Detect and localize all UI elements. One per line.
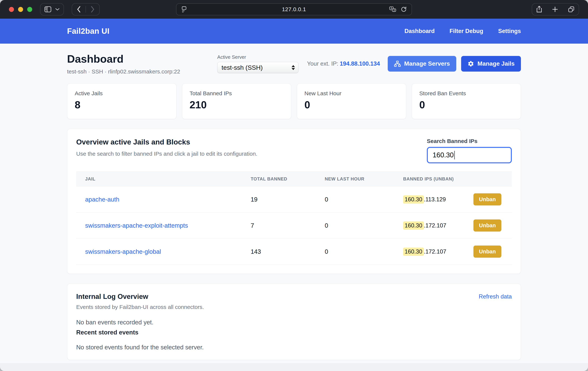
browser-window: 127.0.0.1 A 文 bbox=[0, 0, 588, 371]
overview-title: Overview active Jails and Blocks bbox=[76, 138, 257, 146]
tabs-icon[interactable] bbox=[568, 6, 575, 13]
recent-stored-events-title: Recent stored events bbox=[76, 329, 512, 336]
column-header-new-last-hour: New Last Hour bbox=[316, 176, 394, 182]
total-banned-value: 143 bbox=[242, 248, 316, 255]
jails-table: Jail Total Banned New Last Hour Banned I… bbox=[76, 172, 512, 265]
unban-button[interactable]: Unban bbox=[473, 246, 501, 258]
stat-cards: Active Jails 8 Total Banned IPs 210 New … bbox=[67, 83, 521, 119]
window-actions-group bbox=[532, 3, 579, 15]
stat-label: Total Banned IPs bbox=[190, 90, 284, 97]
sidebar-toggle-group[interactable] bbox=[40, 3, 64, 15]
translate-icon[interactable]: A 文 bbox=[389, 6, 396, 12]
sidebar-icon[interactable] bbox=[44, 6, 51, 12]
stat-card-new-last-hour: New Last Hour 0 bbox=[297, 83, 406, 119]
active-server-value: test-ssh (SSH) bbox=[221, 64, 263, 71]
unban-button[interactable]: Unban bbox=[473, 193, 501, 206]
manage-servers-button[interactable]: Manage Servers bbox=[388, 56, 456, 72]
column-header-jail: Jail bbox=[76, 176, 242, 182]
new-tab-icon[interactable] bbox=[552, 6, 558, 12]
app-navbar: Fail2ban UI Dashboard Filter Debug Setti… bbox=[0, 19, 588, 44]
banned-ip-rest: .113.129 bbox=[424, 196, 446, 203]
no-stored-events-message: No stored events found for the selected … bbox=[76, 344, 512, 351]
jail-link[interactable]: swissmakers-apache-exploit-attempts bbox=[85, 222, 188, 229]
search-input-value: 160.30 bbox=[433, 151, 454, 159]
column-header-banned-ips: Banned IPs (Unban) bbox=[394, 176, 512, 182]
share-icon[interactable] bbox=[536, 6, 542, 13]
total-banned-value: 7 bbox=[242, 222, 316, 229]
nav-link-settings[interactable]: Settings bbox=[498, 28, 521, 34]
banned-ip-highlight: 160.30 bbox=[403, 221, 424, 230]
new-last-hour-value: 0 bbox=[316, 196, 394, 203]
page-title: Dashboard bbox=[67, 53, 180, 65]
jail-link[interactable]: swissmakers-apache-global bbox=[85, 248, 161, 255]
stat-label: New Last Hour bbox=[304, 90, 399, 97]
zoom-window-button[interactable] bbox=[27, 7, 32, 12]
stat-card-total-banned: Total Banned IPs 210 bbox=[182, 83, 291, 119]
refresh-data-link[interactable]: Refresh data bbox=[479, 293, 512, 300]
nav-link-dashboard[interactable]: Dashboard bbox=[404, 28, 435, 34]
page-content: Dashboard test-ssh · SSH · rlinfp02.swis… bbox=[0, 44, 588, 371]
stat-value: 8 bbox=[75, 99, 169, 111]
page-header: Dashboard test-ssh · SSH · rlinfp02.swis… bbox=[67, 53, 521, 75]
minimize-window-button[interactable] bbox=[18, 7, 23, 12]
sitemap-icon bbox=[394, 61, 401, 67]
total-banned-value: 19 bbox=[242, 196, 316, 203]
new-last-hour-value: 0 bbox=[316, 222, 394, 229]
page-subtitle: test-ssh · SSH · rlinfp02.swissmakers.co… bbox=[67, 68, 180, 75]
svg-text:文: 文 bbox=[393, 9, 396, 12]
jail-link[interactable]: apache-auth bbox=[85, 196, 119, 203]
manage-servers-label: Manage Servers bbox=[404, 60, 450, 67]
internal-log-title: Internal Log Overview bbox=[76, 293, 148, 301]
traffic-lights bbox=[9, 7, 32, 12]
jails-table-header: Jail Total Banned New Last Hour Banned I… bbox=[76, 172, 512, 186]
banned-ip-highlight: 160.30 bbox=[403, 248, 424, 256]
search-banned-ips-input[interactable]: 160.30 bbox=[427, 147, 512, 163]
stat-card-stored-ban-events: Stored Ban Events 0 bbox=[412, 83, 521, 119]
stat-card-active-jails: Active Jails 8 bbox=[67, 83, 177, 119]
close-window-button[interactable] bbox=[9, 7, 14, 12]
internal-log-subtitle: Events stored by Fail2ban-UI across all … bbox=[76, 304, 512, 310]
table-row: swissmakers-apache-exploit-attempts 7 0 … bbox=[76, 213, 512, 239]
search-banned-ips-label: Search Banned IPs bbox=[427, 138, 512, 144]
manage-jails-button[interactable]: Manage Jails bbox=[461, 56, 521, 72]
nav-link-filter-debug[interactable]: Filter Debug bbox=[450, 28, 483, 34]
forward-icon[interactable] bbox=[86, 3, 99, 15]
back-icon[interactable] bbox=[72, 3, 85, 15]
internal-log-panel: Internal Log Overview Refresh data Event… bbox=[67, 284, 521, 360]
manage-jails-label: Manage Jails bbox=[478, 60, 514, 67]
table-row: swissmakers-apache-global 143 0 160.30.1… bbox=[76, 239, 512, 265]
banned-ip-highlight: 160.30 bbox=[403, 195, 424, 204]
table-row: apache-auth 19 0 160.30.113.129 Unban bbox=[76, 186, 512, 213]
nav-links: Dashboard Filter Debug Settings bbox=[404, 28, 521, 34]
stat-value: 210 bbox=[190, 99, 284, 111]
external-ip-label: Your ext. IP: bbox=[307, 60, 338, 67]
app-brand[interactable]: Fail2ban UI bbox=[67, 27, 109, 36]
stat-label: Active Jails bbox=[75, 90, 169, 97]
banned-ip-rest: .172.107 bbox=[424, 248, 446, 255]
url-text[interactable]: 127.0.0.1 bbox=[177, 6, 411, 12]
reload-icon[interactable] bbox=[401, 6, 407, 12]
address-bar[interactable]: 127.0.0.1 A 文 bbox=[176, 3, 412, 15]
active-server-label: Active Server bbox=[217, 54, 298, 60]
new-last-hour-value: 0 bbox=[316, 248, 394, 255]
active-server-select[interactable]: test-ssh (SSH) bbox=[217, 62, 298, 73]
page-icon[interactable] bbox=[181, 6, 187, 12]
select-arrows-icon bbox=[292, 65, 295, 70]
history-nav-group bbox=[72, 3, 100, 15]
overview-panel: Overview active Jails and Blocks Use the… bbox=[67, 129, 521, 274]
chevron-down-icon[interactable] bbox=[55, 8, 59, 11]
column-header-total-banned: Total Banned bbox=[242, 176, 316, 182]
stat-label: Stored Ban Events bbox=[419, 90, 514, 97]
external-ip: Your ext. IP:194.88.100.134 bbox=[307, 60, 380, 67]
browser-chrome: 127.0.0.1 A 文 bbox=[0, 0, 588, 19]
gear-icon bbox=[467, 60, 474, 67]
stat-value: 0 bbox=[419, 99, 514, 111]
overview-subtitle: Use the search to filter banned IPs and … bbox=[76, 151, 257, 157]
banned-ip-rest: .172.107 bbox=[424, 222, 446, 229]
stat-value: 0 bbox=[304, 99, 399, 111]
external-ip-value: 194.88.100.134 bbox=[340, 60, 380, 67]
no-ban-events-message: No ban events recorded yet. bbox=[76, 319, 512, 326]
text-cursor bbox=[454, 151, 455, 159]
window-bottom-strip bbox=[0, 363, 588, 371]
unban-button[interactable]: Unban bbox=[473, 219, 501, 231]
